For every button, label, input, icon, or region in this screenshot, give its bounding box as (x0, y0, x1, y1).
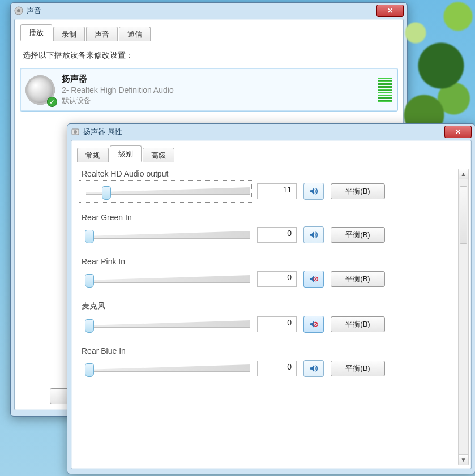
slider-thumb[interactable] (102, 186, 111, 200)
channel-mute-button[interactable] (303, 360, 324, 377)
main-output-section: Realtek HD Audio output 11 (80, 169, 462, 201)
channel-balance-button[interactable]: 平衡(B) (331, 271, 385, 287)
main-output-slider[interactable] (80, 182, 250, 201)
svg-line-5 (314, 278, 317, 281)
slider-rail (86, 282, 250, 283)
channel-slider[interactable] (80, 359, 250, 378)
desktop-background: 声音 ✕ 播放 录制 声音 通信 选择以下播放设备来修改设置： ✓ 扬声器 2 (0, 0, 475, 476)
props-titlebar[interactable]: 扬声器 属性 ✕ (67, 124, 475, 140)
section-divider (80, 208, 462, 208)
props-close-button[interactable]: ✕ (444, 126, 472, 138)
tab-sounds[interactable]: 声音 (86, 27, 118, 41)
channel-1: Rear Pink In 0 平衡(B) (80, 257, 462, 289)
default-check-icon: ✓ (47, 97, 57, 107)
balance-label: 平衡(B) (345, 274, 370, 284)
speaker-muted-icon (309, 274, 319, 284)
playback-device-row[interactable]: ✓ 扬声器 2- Realtek High Definition Audio 默… (20, 68, 397, 111)
tab-recording[interactable]: 录制 (53, 27, 85, 41)
channel-mute-button[interactable] (303, 271, 324, 288)
speaker-on-icon (309, 186, 319, 196)
device-name: 扬声器 (62, 74, 373, 84)
channel-mute-button[interactable] (303, 316, 324, 333)
channel-label: Rear Pink In (82, 257, 462, 266)
channel-value[interactable]: 0 (257, 361, 297, 376)
svg-point-1 (17, 9, 20, 12)
sound-titlebar[interactable]: 声音 ✕ (11, 3, 407, 19)
channel-value[interactable]: 0 (257, 227, 297, 243)
sound-tabstrip: 播放 录制 声音 通信 (20, 25, 397, 41)
level-meter-icon (378, 78, 392, 102)
tab-levels[interactable]: 级别 (110, 145, 142, 162)
slider-rail (86, 371, 250, 372)
channel-slider[interactable] (80, 225, 250, 245)
tab-general[interactable]: 常规 (77, 148, 109, 162)
props-tabstrip: 常规 级别 高级 (77, 146, 465, 162)
speaker-properties-window: 扬声器 属性 ✕ 常规 级别 高级 Realtek HD Audio outpu… (67, 123, 475, 474)
channel-row: 0 平衡(B) (80, 359, 462, 378)
tab-communications[interactable]: 通信 (119, 27, 151, 41)
channel-row: 0 平衡(B) (80, 269, 462, 289)
channel-balance-button[interactable]: 平衡(B) (331, 227, 385, 243)
device-icon-wrap: ✓ (25, 75, 55, 105)
channel-mute-button[interactable] (303, 226, 324, 243)
device-driver: 2- Realtek High Definition Audio (62, 85, 373, 95)
main-output-label: Realtek HD Audio output (82, 169, 462, 178)
balance-label: 平衡(B) (345, 363, 370, 374)
sound-close-button[interactable]: ✕ (376, 5, 404, 17)
playback-instruction: 选择以下播放设备来修改设置： (23, 50, 395, 61)
channel-value[interactable]: 0 (257, 316, 297, 332)
slider-thumb[interactable] (85, 319, 94, 333)
svg-point-3 (74, 130, 77, 134)
channels-list: Rear Green In 0 平衡(B) Rear Pink In (77, 213, 465, 378)
props-window-body: 常规 级别 高级 Realtek HD Audio output 11 (71, 140, 472, 469)
slider-thumb[interactable] (85, 274, 94, 288)
speaker-on-icon (309, 363, 319, 374)
channel-3: Rear Blue In 0 平衡(B) (80, 346, 462, 378)
slider-thumb[interactable] (85, 230, 94, 243)
device-default-label: 默认设备 (62, 96, 373, 106)
channel-slider[interactable] (80, 315, 250, 334)
channel-0: Rear Green In 0 平衡(B) (80, 213, 462, 245)
speaker-muted-icon (309, 319, 319, 329)
levels-scrollbar[interactable]: ▲ ▼ (458, 169, 469, 465)
main-output-mute-button[interactable] (303, 183, 324, 200)
main-output-value[interactable]: 11 (257, 183, 297, 199)
speaker-small-icon (71, 127, 80, 136)
channel-row: 0 平衡(B) (80, 315, 462, 334)
main-output-row: 11 平衡(B) (80, 182, 462, 201)
tab-advanced[interactable]: 高级 (143, 148, 174, 162)
slider-thumb[interactable] (85, 363, 94, 377)
balance-label: 平衡(B) (345, 230, 370, 240)
channel-label: Rear Blue In (82, 346, 462, 355)
svg-line-7 (314, 323, 317, 326)
channel-row: 0 平衡(B) (80, 225, 462, 245)
tab-playback[interactable]: 播放 (20, 24, 52, 41)
slider-rail (86, 238, 250, 239)
scroll-up-button[interactable]: ▲ (459, 169, 468, 179)
speaker-app-icon (14, 6, 23, 15)
scroll-thumb[interactable] (460, 186, 467, 244)
channel-2: 麦克风 0 平衡(B) (80, 301, 462, 334)
channel-label: 麦克风 (82, 301, 462, 311)
channel-balance-button[interactable]: 平衡(B) (331, 316, 385, 332)
main-output-balance-button[interactable]: 平衡(B) (331, 183, 385, 199)
channel-label: Rear Green In (82, 213, 462, 222)
slider-rail (86, 327, 250, 328)
channel-balance-button[interactable]: 平衡(B) (331, 361, 385, 376)
device-text: 扬声器 2- Realtek High Definition Audio 默认设… (62, 74, 373, 106)
channel-value[interactable]: 0 (257, 271, 297, 287)
props-window-title: 扬声器 属性 (83, 127, 444, 137)
channel-slider[interactable] (80, 269, 250, 289)
close-icon: ✕ (387, 7, 393, 15)
speaker-on-icon (309, 230, 319, 240)
balance-label: 平衡(B) (345, 186, 370, 196)
sound-window-title: 声音 (27, 6, 376, 16)
close-icon: ✕ (455, 128, 461, 136)
scroll-down-button[interactable]: ▼ (459, 454, 468, 465)
balance-label: 平衡(B) (345, 319, 370, 329)
